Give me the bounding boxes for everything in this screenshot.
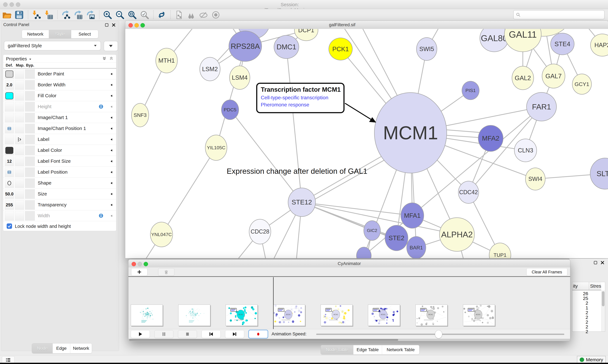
bypass-cell[interactable] <box>25 211 35 221</box>
network-node-FAR1[interactable]: FAR1 <box>526 92 557 121</box>
bypass-cell[interactable] <box>25 178 35 188</box>
expand-property-icon[interactable] <box>110 148 113 153</box>
default-cell[interactable] <box>5 69 14 79</box>
network-node-GAL7[interactable]: GAL7 <box>542 64 565 88</box>
zoom-fit-button[interactable] <box>127 10 137 20</box>
property-row-image-chart-1[interactable]: Image/Chart 1 <box>3 112 116 123</box>
add-frame-button[interactable] <box>131 268 147 276</box>
frame-thumbnail-1s[interactable] <box>178 305 210 326</box>
mapping-cell[interactable] <box>15 113 24 122</box>
mapping-cell[interactable] <box>15 102 24 111</box>
mapping-cell[interactable] <box>15 156 24 166</box>
mapping-cell[interactable] <box>15 189 24 199</box>
minimize-window-icon[interactable] <box>10 2 14 7</box>
frame-thumbnail-3s[interactable]: MCM1 <box>273 305 305 326</box>
search-input[interactable] <box>521 11 604 18</box>
close-window-icon[interactable] <box>3 2 8 7</box>
annotation-callout[interactable]: Transcription factor MCM1 Cell-type-spec… <box>256 83 345 113</box>
table-row[interactable]: 26 <box>572 291 588 296</box>
cyanimator-scrollbar[interactable] <box>128 339 570 341</box>
zoom-selected-button[interactable] <box>140 10 150 20</box>
property-row-width[interactable]: Width <box>3 210 116 221</box>
mapping-cell[interactable] <box>15 168 24 177</box>
tab-network[interactable]: Network <box>22 30 49 38</box>
zoom-window-icon[interactable] <box>16 2 20 7</box>
mapping-cell[interactable] <box>15 146 24 155</box>
cyanimator-timeline[interactable]: MCM1MCM1MCM1MCM1MCM1MCM1 0123456789 Seco… <box>128 277 570 329</box>
annotation-link[interactable]: Cell-type-specific transcription <box>261 95 344 101</box>
scrollbar-thumb[interactable] <box>129 339 398 341</box>
expand-property-icon[interactable] <box>110 170 113 175</box>
table-row[interactable]: 2 <box>572 319 588 324</box>
property-row-label[interactable]: Label <box>3 134 116 145</box>
default-cell[interactable]: 2.0 <box>5 80 14 90</box>
tab-edge-table[interactable]: Edge Table <box>353 345 382 354</box>
expand-property-icon[interactable] <box>110 83 113 88</box>
frame-thumbnail-5s[interactable]: MCM1 <box>368 305 400 326</box>
export-network-button[interactable] <box>61 10 71 20</box>
lock-dimensions-checkbox[interactable] <box>7 223 12 229</box>
network-node-GIC2[interactable]: GIC2 <box>363 221 381 241</box>
tab-style[interactable]: Style <box>49 30 71 38</box>
zoom-in-button[interactable] <box>103 10 112 20</box>
mapping-cell[interactable] <box>15 200 24 210</box>
network-node-SWI5[interactable]: SWI5 <box>416 37 437 61</box>
network-node-PIS1[interactable]: PIS1 <box>462 81 479 100</box>
mapping-cell[interactable] <box>15 80 24 90</box>
default-cell[interactable]: 50.0 <box>5 189 14 199</box>
frame-thumbnail-7s[interactable]: MCM1 <box>463 305 495 326</box>
property-row-size[interactable]: 50.0Size <box>3 188 116 199</box>
export-table-button[interactable] <box>73 10 83 20</box>
bypass-cell[interactable] <box>25 200 35 210</box>
network-node-CDC42[interactable]: CDC42 <box>458 181 479 204</box>
expand-property-icon[interactable] <box>110 214 113 219</box>
expand-property-icon[interactable] <box>110 127 113 131</box>
open-session-button[interactable] <box>2 10 12 20</box>
close-window-icon[interactable] <box>128 23 133 27</box>
expand-all-icon[interactable] <box>102 56 107 61</box>
expand-property-icon[interactable] <box>110 181 113 186</box>
bypass-cell[interactable] <box>25 80 35 90</box>
export-network-file-button[interactable] <box>174 10 184 20</box>
bypass-cell[interactable] <box>25 91 35 101</box>
network-node-MCM1[interactable]: MCM1 <box>374 92 447 173</box>
property-row-label-position[interactable]: Label Position <box>3 167 116 178</box>
network-node-STE2[interactable]: STE2 <box>385 225 408 251</box>
close-panel-icon[interactable] <box>600 260 605 265</box>
network-node-MFA1[interactable]: MFA1 <box>401 203 424 229</box>
column-divider[interactable] <box>589 282 589 290</box>
network-node-CDC28[interactable]: CDC28 <box>249 219 271 244</box>
property-row-fill-color[interactable]: Fill Color <box>3 90 116 101</box>
annotation-link[interactable]: Pheromone response <box>261 102 344 108</box>
timeline-playhead[interactable] <box>273 277 274 330</box>
network-node-YNL047C[interactable]: YNL047C <box>150 222 173 247</box>
expand-property-icon[interactable] <box>110 137 113 142</box>
minimize-window-icon[interactable] <box>134 23 139 27</box>
default-cell[interactable]: 255 <box>5 200 14 210</box>
import-network-button[interactable] <box>31 10 41 20</box>
mapping-cell[interactable] <box>15 135 24 144</box>
import-table-button[interactable] <box>44 10 54 20</box>
network-node-STE4[interactable]: STE4 <box>550 33 574 55</box>
skip-start-button[interactable] <box>202 330 221 338</box>
save-session-button[interactable] <box>14 10 24 20</box>
table-row[interactable]: 1 <box>572 305 588 310</box>
network-node-STE12[interactable]: STE12 <box>288 188 316 217</box>
style-selector[interactable]: galFiltered Style <box>4 41 101 51</box>
expand-property-icon[interactable] <box>110 94 113 99</box>
bypass-cell[interactable] <box>25 69 35 79</box>
tab-node-table[interactable]: Node Table <box>321 345 353 354</box>
bypass-cell[interactable] <box>25 156 35 166</box>
tab-select[interactable]: Select <box>71 30 98 38</box>
mapping-cell[interactable] <box>15 91 24 101</box>
table-row[interactable]: 25 <box>572 296 588 300</box>
property-row-image-chart-position-1[interactable]: Image/Chart Position 1 <box>3 123 116 134</box>
network-canvas[interactable]: DCP1GAL80GAL11RPS28ADMC1PCK1SWI5STE4HAP2… <box>125 29 608 258</box>
default-cell[interactable] <box>5 168 14 177</box>
float-panel-icon[interactable] <box>104 23 109 27</box>
mapping-cell[interactable] <box>15 69 24 79</box>
property-row-label-font-size[interactable]: 12Label Font Size <box>3 156 116 167</box>
expand-property-icon[interactable] <box>110 192 113 197</box>
memory-status-button[interactable]: Memory <box>577 356 606 364</box>
float-panel-icon[interactable] <box>593 260 598 265</box>
